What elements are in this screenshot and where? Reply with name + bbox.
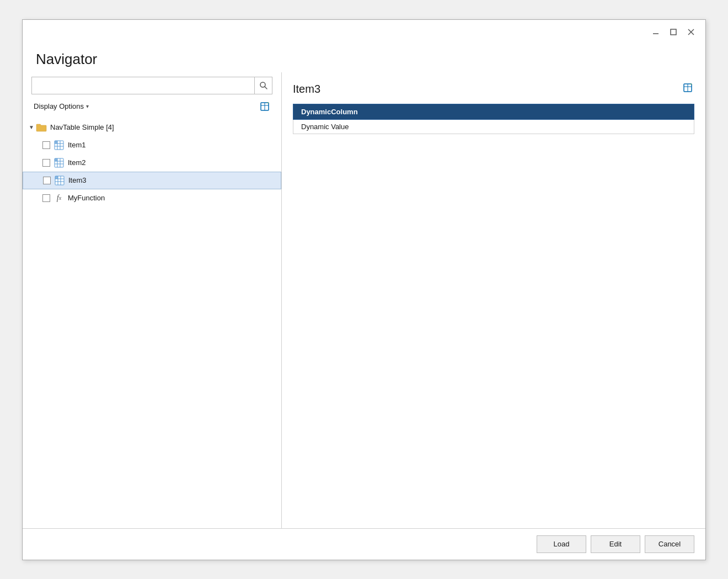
search-input[interactable] — [31, 77, 255, 94]
left-pane: Display Options ▾ ▼ — [23, 72, 282, 528]
svg-rect-14 — [55, 141, 57, 144]
table-icon-item1 — [53, 140, 65, 151]
svg-rect-20 — [55, 158, 57, 161]
right-pane-title: Item3 — [293, 83, 320, 95]
right-pane: Item3 DynamicColumn — [282, 72, 705, 528]
preview-table: DynamicColumn Dynamic Value — [293, 104, 694, 134]
close-button[interactable] — [683, 24, 699, 40]
cancel-button[interactable]: Cancel — [645, 535, 694, 553]
tree-item-label-item3: Item3 — [68, 176, 87, 184]
tree-item-item3[interactable]: Item3 — [23, 172, 281, 189]
table-icon-item2 — [53, 157, 65, 168]
search-button[interactable] — [255, 77, 272, 94]
checkbox-item3[interactable] — [43, 177, 51, 184]
search-bar-wrap — [23, 72, 281, 98]
nav-view-icon-button[interactable] — [257, 100, 272, 113]
edit-button[interactable]: Edit — [591, 535, 640, 553]
svg-line-5 — [265, 87, 267, 89]
preview-table-cell: Dynamic Value — [293, 119, 694, 134]
tree-item-label-item1: Item1 — [68, 141, 86, 149]
table-icon-item3 — [54, 175, 65, 186]
function-icon: fx — [53, 193, 65, 204]
right-pane-view-button[interactable] — [681, 81, 694, 97]
navigator-window: Navigator Display Options ▾ — [22, 19, 706, 560]
footer: Load Edit Cancel — [23, 528, 705, 560]
checkbox-item2[interactable] — [42, 159, 50, 167]
content-area: Display Options ▾ ▼ — [23, 72, 705, 528]
tree-area: ▼ NavTable Simple [4] — [23, 116, 281, 528]
folder-icon — [36, 122, 47, 133]
title-bar — [23, 20, 705, 44]
right-pane-header: Item3 — [293, 81, 694, 97]
minimize-button[interactable] — [648, 24, 663, 40]
maximize-button[interactable] — [666, 24, 681, 40]
title-bar-buttons — [648, 24, 699, 40]
tree-item-myfunction[interactable]: fx MyFunction — [23, 189, 281, 207]
preview-table-header: DynamicColumn — [293, 104, 694, 119]
window-title: Navigator — [23, 44, 705, 72]
tree-root-item[interactable]: ▼ NavTable Simple [4] — [23, 119, 281, 136]
checkbox-myfunction[interactable] — [42, 194, 50, 202]
checkbox-item1[interactable] — [42, 141, 50, 149]
tree-item-label-item2: Item2 — [68, 158, 86, 167]
tree-item-item2[interactable]: Item2 — [23, 154, 281, 172]
tree-root-label: NavTable Simple [4] — [50, 123, 114, 131]
display-options-label: Display Options — [34, 102, 84, 110]
display-options-button[interactable]: Display Options ▾ — [31, 101, 91, 111]
chevron-down-icon: ▾ — [86, 103, 89, 109]
preview-table-row: Dynamic Value — [293, 119, 694, 134]
display-options-row: Display Options ▾ — [23, 98, 281, 116]
svg-rect-26 — [55, 176, 58, 179]
svg-rect-1 — [671, 29, 676, 35]
load-button[interactable]: Load — [537, 535, 586, 553]
tree-item-label-myfunction: MyFunction — [68, 194, 105, 202]
tree-item-item1[interactable]: Item1 — [23, 136, 281, 154]
tree-toggle-icon[interactable]: ▼ — [27, 123, 36, 132]
